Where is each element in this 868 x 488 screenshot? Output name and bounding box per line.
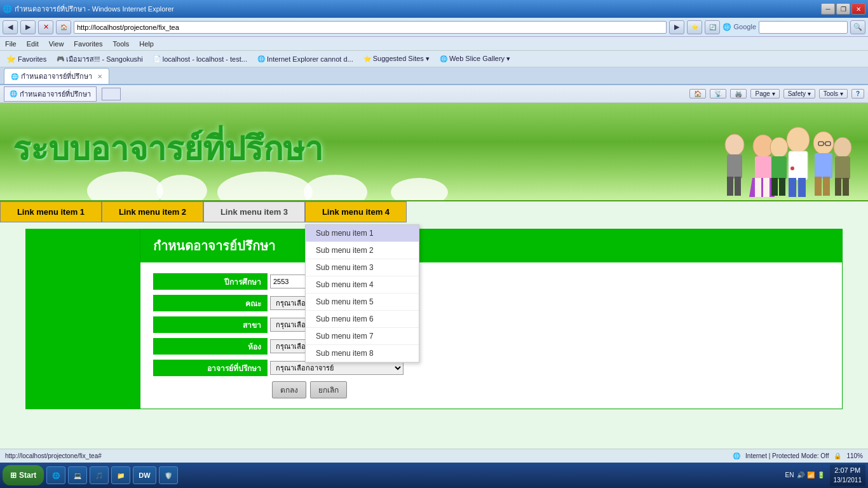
menu-edit[interactable]: Edit xyxy=(27,40,39,48)
home-button[interactable]: 🏠 xyxy=(56,20,71,34)
menu-tools[interactable]: Tools xyxy=(113,40,130,48)
content-main: กำหนดอาจารย์ปรึกษา ปีการศึกษา คณะ กรุณาเ… xyxy=(140,229,843,409)
dropdown-item-5[interactable]: Sub menu item 5 xyxy=(306,294,419,311)
page-button[interactable]: Page ▾ xyxy=(750,89,779,98)
dropdown-item-8[interactable]: Sub menu item 8 xyxy=(306,345,419,362)
room-label: ห้อง xyxy=(153,338,268,355)
help-toolbar-button[interactable]: ? xyxy=(851,89,864,98)
fav-localhost[interactable]: 📄 localhost - localhost - test... xyxy=(151,55,250,64)
back-button[interactable]: ◀ xyxy=(3,20,18,34)
clock-time: 2:07 PM xyxy=(834,466,862,469)
content-area: กำหนดอาจารย์ปรึกษา ปีการศึกษา คณะ กรุณาเ… xyxy=(0,222,868,416)
forward-button[interactable]: ▶ xyxy=(20,20,36,34)
taskbar-app-3[interactable]: 🎵 xyxy=(90,466,109,469)
zone-label: Internet | Protected Mode: Off xyxy=(745,452,829,459)
search-input[interactable] xyxy=(759,21,848,34)
print-button[interactable]: 🖨️ xyxy=(730,89,747,98)
advisor-label: อาจารย์ที่ปรึกษา xyxy=(153,360,268,376)
nav-wrapper: Link menu item 1 Link menu item 2 Link m… xyxy=(0,201,868,222)
fav-label-4: Suggested Sites ▾ xyxy=(373,55,430,63)
year-label: ปีการศึกษา xyxy=(153,273,268,290)
start-button[interactable]: ⊞ Start xyxy=(3,465,44,469)
restore-button[interactable]: ❐ xyxy=(836,3,850,15)
dropdown-item-4[interactable]: Sub menu item 4 xyxy=(306,276,419,294)
status-left: http://localhost/projectone/fix_tea# xyxy=(5,452,102,459)
browser-content: ระบบอาจารย์ที่ปรึกษา xyxy=(0,103,868,469)
tab-bar: 🌐 กำหนดอาจารย์ที่ปรึกษา ✕ xyxy=(0,67,868,85)
favorites-label: Favorites xyxy=(18,55,46,63)
reload-button[interactable]: ✕ xyxy=(38,20,53,34)
fav-label-1: เมือมารส!!! - Sangokushi xyxy=(66,53,142,65)
feeds-icon: 📡 xyxy=(714,90,722,97)
home-toolbar-button[interactable]: 🏠 xyxy=(689,89,706,98)
lock-icon: 🔒 xyxy=(834,452,841,459)
tools-toolbar-button[interactable]: Tools ▾ xyxy=(819,89,848,98)
tab-close-icon[interactable]: ✕ xyxy=(97,73,102,80)
close-button[interactable]: ✕ xyxy=(851,3,865,15)
taskbar-app-dw[interactable]: DW xyxy=(133,466,156,469)
taskbar-app-ie[interactable]: 🌐 xyxy=(46,466,65,469)
fav-ie-error[interactable]: 🌐 Internet Explorer cannot d... xyxy=(255,55,356,64)
fav-sangokushi[interactable]: 🎮 เมือมารส!!! - Sangokushi xyxy=(54,53,145,65)
page-label: Page ▾ xyxy=(755,90,775,97)
cancel-button[interactable]: ยกเลิก xyxy=(310,381,347,398)
fav-icon-4: ⭐ xyxy=(363,55,371,62)
content-title: กำหนดอาจารย์ปรึกษา xyxy=(140,229,842,262)
tools-label: Tools ▾ xyxy=(824,90,843,97)
star-icon: ⭐ xyxy=(6,55,16,64)
fav-suggested-sites[interactable]: ⭐ Suggested Sites ▾ xyxy=(361,54,432,64)
favorites-bar: ⭐ Favorites 🎮 เมือมารส!!! - Sangokushi 📄… xyxy=(0,51,868,67)
dropdown-item-6[interactable]: Sub menu item 6 xyxy=(306,311,419,328)
dropdown-item-7[interactable]: Sub menu item 7 xyxy=(306,328,419,345)
favorites-button[interactable]: ⭐ xyxy=(687,20,702,34)
taskbar-app-4[interactable]: 📁 xyxy=(111,466,130,469)
safety-button[interactable]: Safety ▾ xyxy=(783,89,815,98)
nav-menu: Link menu item 1 Link menu item 2 Link m… xyxy=(0,201,868,222)
tab-icon: 🌐 xyxy=(11,73,18,80)
faculty-label: คณะ xyxy=(153,295,268,311)
nav-item-1[interactable]: Link menu item 1 xyxy=(0,201,102,222)
nav-item-3[interactable]: Link menu item 3 xyxy=(203,201,305,222)
toolbar-left: 🌐 กำหนดอาจารย์ที่ปรึกษา xyxy=(4,86,121,102)
fav-label-3: Internet Explorer cannot d... xyxy=(267,55,353,63)
taskbar-app-2[interactable]: 💻 xyxy=(68,466,87,469)
zoom-label: 110% xyxy=(846,452,863,459)
status-right: 🌐 Internet | Protected Mode: Off 🔒 110% xyxy=(733,452,863,459)
fav-icon-2: 📄 xyxy=(153,55,161,62)
site-header: ระบบอาจารย์ที่ปรึกษา xyxy=(0,103,868,201)
toolbar: 🌐 กำหนดอาจารย์ที่ปรึกษา 🏠 📡 🖨️ Page ▾ Sa… xyxy=(0,85,868,103)
advisor-select[interactable]: กรุณาเลือกอาจารย์ xyxy=(270,361,403,375)
tab-main[interactable]: 🌐 กำหนดอาจารย์ที่ปรึกษา ✕ xyxy=(4,68,109,84)
menu-view[interactable]: View xyxy=(49,40,64,48)
nav-item-2[interactable]: Link menu item 2 xyxy=(102,201,203,222)
header-title: ระบบอาจารย์ที่ปรึกษา xyxy=(0,103,868,194)
window-controls: ─ ❐ ✕ xyxy=(821,3,865,15)
web-page: ระบบอาจารย์ที่ปรึกษา xyxy=(0,103,868,469)
address-input[interactable] xyxy=(74,21,667,34)
nav-item-4[interactable]: Link menu item 4 xyxy=(305,201,407,222)
favorites-button[interactable]: ⭐ Favorites xyxy=(4,54,49,64)
dropdown-item-2[interactable]: Sub menu item 2 xyxy=(306,242,419,259)
feeds-button[interactable]: 📡 xyxy=(710,89,726,98)
minimize-button[interactable]: ─ xyxy=(821,3,835,15)
refresh-feeds-button[interactable]: 🔄 xyxy=(705,20,720,34)
go-button[interactable]: ▶ xyxy=(669,20,684,34)
dropdown-item-1[interactable]: Sub menu item 1 xyxy=(306,225,419,242)
fav-web-slice[interactable]: 🌐 Web Slice Gallery ▾ xyxy=(437,54,513,64)
menu-file[interactable]: File xyxy=(5,40,17,48)
menu-help[interactable]: Help xyxy=(139,40,154,48)
dropdown-item-3[interactable]: Sub menu item 3 xyxy=(306,259,419,276)
fav-icon-5: 🌐 xyxy=(440,55,447,62)
menu-favorites[interactable]: Favorites xyxy=(74,40,102,48)
window-titlebar: 🌐 กำหนดอาจารย์ที่ปรึกษา - Windows Intern… xyxy=(0,0,868,18)
status-url: http://localhost/projectone/fix_tea# xyxy=(5,452,102,459)
home-icon: 🏠 xyxy=(694,90,702,97)
taskbar: ⊞ Start 🌐 💻 🎵 📁 DW 🛡️ EN 🔊 📶 🔋 2:07 PM 1… xyxy=(0,463,868,469)
taskbar-app-av[interactable]: 🛡️ xyxy=(159,466,178,469)
search-go-button[interactable]: 🔍 xyxy=(850,20,865,34)
form-row-dept: สาขา กรุณาเลือกสาขา xyxy=(153,316,829,334)
confirm-button[interactable]: ตกลง xyxy=(272,381,306,398)
safety-label: Safety ▾ xyxy=(788,90,811,97)
fav-label-5: Web Slice Gallery ▾ xyxy=(449,55,510,63)
page-tab-label: กำหนดอาจารย์ที่ปรึกษา xyxy=(20,88,91,100)
